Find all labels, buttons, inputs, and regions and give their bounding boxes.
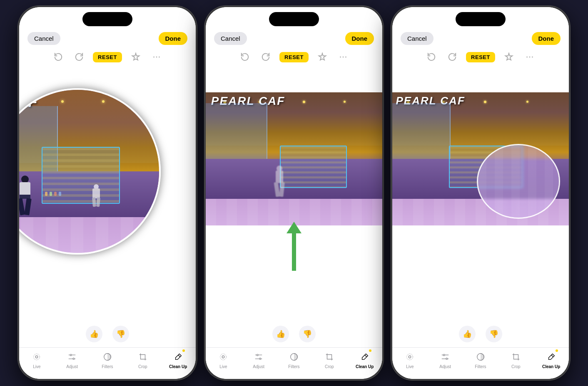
reset-button-1[interactable]: RESET <box>93 52 122 62</box>
tool-crop-1[interactable]: Crop <box>131 351 154 369</box>
tool-filters-2[interactable]: Filters <box>282 351 306 369</box>
active-dot-3 <box>556 349 558 352</box>
tool-live-3[interactable]: Live <box>398 351 421 369</box>
tool-live-1[interactable]: Live <box>25 351 48 369</box>
reset-button-3[interactable]: RESET <box>466 52 495 62</box>
thumbs-row-2: 👍 👎 <box>206 321 382 347</box>
phone-2: Cancel Done RESET <box>204 6 384 380</box>
tool-cleanup-2[interactable]: Clean Up <box>353 351 376 369</box>
crop-label-1: Crop <box>138 364 147 369</box>
toolbar-row-1: RESET <box>19 48 196 67</box>
auto-button-3[interactable] <box>502 50 516 64</box>
tool-filters-1[interactable]: Filters <box>96 351 119 369</box>
bottom-toolbar-3: Live Adjust Filters Crop <box>392 347 569 379</box>
more-button-2[interactable] <box>336 50 350 64</box>
svg-point-27 <box>409 356 411 358</box>
svg-point-4 <box>34 354 40 360</box>
image-area-2: PEARL CAF <box>206 67 382 321</box>
auto-button-1[interactable] <box>129 50 143 64</box>
thumbup-button-2[interactable]: 👍 <box>272 326 289 342</box>
svg-point-5 <box>70 354 72 356</box>
thumbdown-button-1[interactable]: 👎 <box>112 326 129 342</box>
thumbdown-button-3[interactable]: 👎 <box>486 326 502 342</box>
svg-point-20 <box>259 358 261 360</box>
svg-point-15 <box>222 356 225 358</box>
active-dot-1 <box>182 349 185 352</box>
svg-point-8 <box>73 358 75 360</box>
tool-adjust-1[interactable]: Adjust <box>60 351 84 369</box>
filters-label-2: Filters <box>288 364 299 369</box>
toolbar-row-3: RESET <box>392 48 569 67</box>
tool-cleanup-1[interactable]: Clean Up <box>167 351 190 369</box>
crop-icon-2 <box>324 351 335 363</box>
tool-cleanup-3[interactable]: Clean Up <box>540 351 563 369</box>
redo-button-1[interactable] <box>72 50 86 64</box>
more-button-1[interactable] <box>149 50 164 64</box>
tool-filters-3[interactable]: Filters <box>469 351 492 369</box>
filters-icon-1 <box>102 351 113 363</box>
adjust-label-2: Adjust <box>253 364 264 369</box>
svg-point-32 <box>446 358 448 360</box>
tool-crop-2[interactable]: Crop <box>318 351 341 369</box>
cleanup-icon-3 <box>546 351 557 363</box>
live-label-2: Live <box>219 364 227 369</box>
image-area-3: PEARL CAF <box>392 67 569 321</box>
thumbdown-button-2[interactable]: 👎 <box>299 326 316 342</box>
cancel-button-3[interactable]: Cancel <box>401 32 434 45</box>
undo-button-3[interactable] <box>424 50 439 64</box>
done-button-2[interactable]: Done <box>345 32 374 45</box>
thumbup-button-3[interactable]: 👍 <box>459 326 476 342</box>
screen-3: Cancel Done RESET <box>392 7 569 379</box>
adjust-icon-3 <box>439 351 451 363</box>
crop-label-3: Crop <box>511 364 521 369</box>
svg-point-12 <box>340 57 341 58</box>
auto-button-2[interactable] <box>315 50 329 64</box>
svg-point-29 <box>443 354 445 356</box>
live-label-3: Live <box>406 364 414 369</box>
redo-button-2[interactable] <box>259 50 273 64</box>
svg-point-17 <box>257 354 259 356</box>
filters-icon-3 <box>475 351 486 363</box>
live-label-1: Live <box>33 364 40 369</box>
cleanup-icon-1 <box>172 351 184 363</box>
cleanup-label-2: Clean Up <box>356 364 374 369</box>
undo-button-2[interactable] <box>238 50 252 64</box>
tool-adjust-3[interactable]: Adjust <box>434 351 457 369</box>
filters-icon-2 <box>288 351 300 363</box>
thumbs-row-1: 👍 👎 <box>19 321 196 347</box>
svg-point-0 <box>153 57 154 58</box>
thumbs-row-3: 👍 👎 <box>392 321 569 347</box>
cancel-button-2[interactable]: Cancel <box>214 32 247 45</box>
cleanup-label-1: Clean Up <box>169 364 187 369</box>
svg-point-3 <box>36 356 38 358</box>
image-area-1: CAF <box>19 67 196 321</box>
adjust-icon-2 <box>253 351 264 363</box>
reset-button-2[interactable]: RESET <box>279 52 309 62</box>
done-button-3[interactable]: Done <box>532 32 561 45</box>
more-button-3[interactable] <box>523 50 537 64</box>
tool-crop-3[interactable]: Crop <box>504 351 528 369</box>
svg-point-16 <box>220 354 227 360</box>
live-icon-3 <box>404 351 416 363</box>
active-dot-2 <box>369 349 371 352</box>
tool-adjust-2[interactable]: Adjust <box>247 351 270 369</box>
done-button-1[interactable]: Done <box>159 32 188 45</box>
tool-live-2[interactable]: Live <box>212 351 235 369</box>
crop-label-2: Crop <box>325 364 334 369</box>
phone-1: Cancel Done RESET <box>18 6 197 380</box>
redo-button-3[interactable] <box>445 50 459 64</box>
adjust-icon-1 <box>66 351 78 363</box>
svg-point-26 <box>532 57 533 58</box>
adjust-label-1: Adjust <box>66 364 78 369</box>
live-icon-2 <box>217 351 229 363</box>
dynamic-island-3 <box>456 12 506 26</box>
thumbup-button-1[interactable]: 👍 <box>86 326 102 342</box>
dynamic-island-1 <box>82 12 132 26</box>
cancel-button-1[interactable]: Cancel <box>27 32 60 45</box>
svg-point-1 <box>156 57 157 58</box>
screen-2: Cancel Done RESET <box>206 7 382 379</box>
screen-1: Cancel Done RESET <box>19 7 196 379</box>
cleanup-icon-2 <box>359 351 371 363</box>
undo-button-1[interactable] <box>51 50 65 64</box>
dynamic-island-2 <box>269 12 319 26</box>
